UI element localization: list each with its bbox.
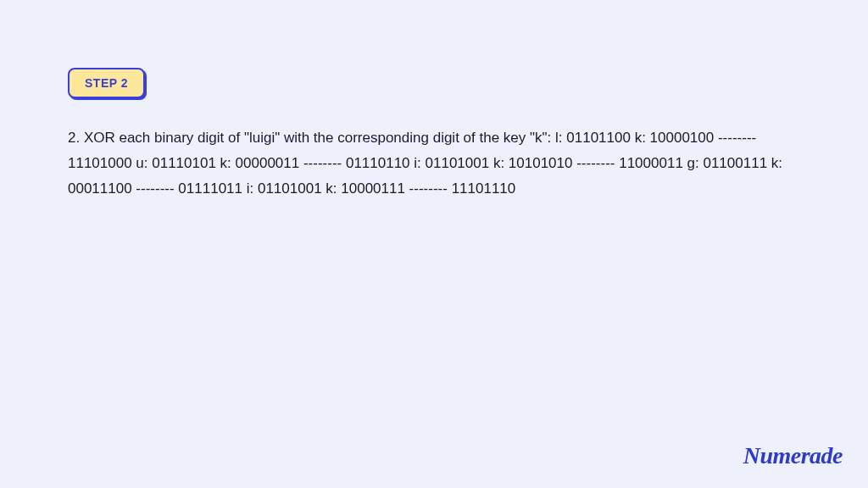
step-badge-label: STEP 2 — [85, 76, 128, 90]
step-badge: STEP 2 — [68, 68, 145, 98]
content-area: STEP 2 2. XOR each binary digit of "luig… — [0, 0, 868, 201]
step-body-text: 2. XOR each binary digit of "luigi" with… — [68, 125, 800, 201]
brand-logo: Numerade — [743, 442, 843, 469]
